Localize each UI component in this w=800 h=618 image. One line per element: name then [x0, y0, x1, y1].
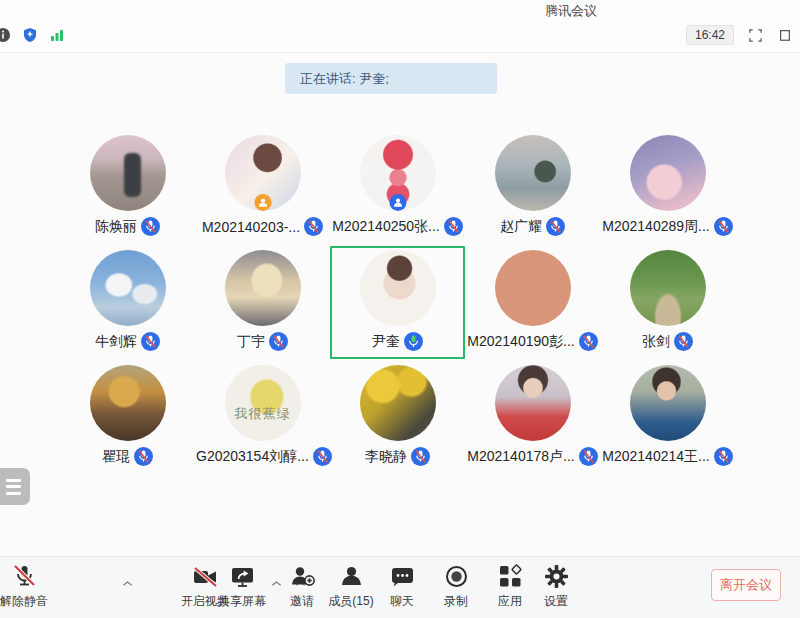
participant-name-row: G20203154刘醇...	[196, 447, 329, 466]
window-icon[interactable]	[776, 26, 794, 44]
participant-tile[interactable]: 赵广耀	[465, 131, 600, 244]
share-screen-icon	[229, 563, 256, 590]
participant-name-row: 陈焕丽	[95, 217, 160, 236]
chat-icon	[389, 563, 416, 590]
meeting-window: 腾讯会议 16:42 正在讲话: 尹奎; 陈焕丽M202140203-	[0, 0, 800, 618]
participant-tile[interactable]: 我很蕉绿G20203154刘醇...	[195, 361, 330, 474]
fullscreen-icon[interactable]	[746, 26, 764, 44]
cohost-badge-icon	[389, 194, 406, 211]
avatar	[630, 135, 706, 211]
avatar	[225, 250, 301, 326]
participant-grid: 陈焕丽M202140203-...M202140250张...赵广耀M20214…	[60, 131, 738, 476]
participant-name: 丁宇	[237, 333, 265, 351]
participant-name: M202140178卢...	[467, 448, 574, 466]
avatar	[360, 135, 436, 211]
participant-name-row: M202140250张...	[332, 217, 462, 236]
speaking-banner-text: 正在讲话: 尹奎;	[300, 70, 389, 88]
participant-tile[interactable]: 瞿琨	[60, 361, 195, 474]
settings-icon	[543, 563, 570, 590]
clock: 16:42	[686, 25, 734, 45]
toolbar-button-settings[interactable]: 设置	[518, 563, 594, 610]
participant-tile[interactable]: 牛剑辉	[60, 246, 195, 359]
mic-active-icon	[404, 332, 423, 351]
mic-muted-icon	[546, 217, 565, 236]
info-icon[interactable]	[0, 26, 12, 44]
speaking-banner: 正在讲话: 尹奎;	[285, 63, 497, 94]
chevron-up-icon[interactable]	[120, 577, 134, 589]
participant-name: M202140289周...	[602, 218, 709, 236]
participant-name: 尹奎	[372, 333, 400, 351]
participant-name: 瞿琨	[102, 448, 130, 466]
participant-name-row: 丁宇	[237, 332, 288, 351]
invite-icon	[289, 563, 316, 590]
toolbar-button-label: 设置	[544, 593, 568, 610]
participant-name-row: 李晓静	[365, 447, 430, 466]
mic-muted-icon	[579, 447, 598, 466]
toolbar-button-label: 邀请	[290, 593, 314, 610]
participant-name: 李晓静	[365, 448, 407, 466]
participant-tile[interactable]: M202140250张...	[330, 131, 465, 244]
toolbar-button-mic-off[interactable]: 解除静音	[0, 563, 62, 610]
participant-name: M202140214王...	[602, 448, 709, 466]
participant-name-row: M202140289周...	[602, 217, 732, 236]
toolbar-button-label: 聊天	[390, 593, 414, 610]
participant-name: M202140203-...	[202, 219, 300, 235]
menu-handle-icon[interactable]	[0, 468, 30, 505]
mic-muted-icon	[411, 447, 430, 466]
participant-tile[interactable]: 丁宇	[195, 246, 330, 359]
participant-name: G20203154刘醇...	[196, 448, 309, 466]
host-badge-icon	[254, 194, 271, 211]
participant-tile[interactable]: M202140289周...	[600, 131, 735, 244]
app-title: 腾讯会议	[545, 2, 597, 20]
signal-icon[interactable]	[48, 26, 66, 44]
participant-tile[interactable]: M202140203-...	[195, 131, 330, 244]
mic-off-icon	[11, 563, 38, 590]
mic-muted-icon	[444, 217, 463, 236]
participant-name: 赵广耀	[500, 218, 542, 236]
participant-name-row: M202140203-...	[202, 217, 323, 236]
avatar	[360, 365, 436, 441]
participant-tile[interactable]: 李晓静	[330, 361, 465, 474]
record-icon	[443, 563, 470, 590]
mic-muted-icon	[714, 217, 733, 236]
mic-muted-icon	[141, 332, 160, 351]
avatar	[90, 250, 166, 326]
mic-muted-icon	[269, 332, 288, 351]
participant-tile[interactable]: 陈焕丽	[60, 131, 195, 244]
toolbar-button-label: 录制	[444, 593, 468, 610]
participant-tile[interactable]: M202140190彭...	[465, 246, 600, 359]
avatar	[225, 135, 301, 211]
participant-name: 牛剑辉	[95, 333, 137, 351]
participant-tile[interactable]: M202140178卢...	[465, 361, 600, 474]
mic-muted-icon	[674, 332, 693, 351]
participant-name: 陈焕丽	[95, 218, 137, 236]
participant-name-row: M202140190彭...	[467, 332, 597, 351]
participant-name-row: 牛剑辉	[95, 332, 160, 351]
participant-name: 张剑	[642, 333, 670, 351]
leave-meeting-button[interactable]: 离开会议	[711, 569, 781, 601]
avatar	[495, 135, 571, 211]
chevron-up-icon[interactable]	[269, 577, 283, 589]
toolbar-button-label: 解除静音	[0, 593, 48, 610]
avatar	[495, 250, 571, 326]
shield-icon[interactable]	[21, 26, 39, 44]
participant-tile-active-speaker[interactable]: 尹奎	[330, 246, 465, 359]
participant-name-row: 瞿琨	[102, 447, 153, 466]
participant-name: M202140250张...	[332, 218, 439, 236]
participant-name: M202140190彭...	[467, 333, 574, 351]
statusbar-left	[0, 26, 66, 44]
participant-tile[interactable]: M202140214王...	[600, 361, 735, 474]
members-icon	[338, 563, 365, 590]
mic-muted-icon	[313, 447, 332, 466]
toolbar-button-label: 共享屏幕	[218, 593, 266, 610]
titlebar: 腾讯会议	[0, 0, 800, 20]
bottom-toolbar: 离开会议 解除静音开启视频共享屏幕邀请成员(15)聊天录制应用设置	[0, 556, 800, 618]
statusbar-right: 16:42	[686, 25, 794, 45]
avatar-caption: 我很蕉绿	[225, 405, 301, 423]
statusbar: 16:42	[0, 20, 800, 53]
mic-muted-icon	[141, 217, 160, 236]
avatar	[630, 250, 706, 326]
participant-name-row: 尹奎	[372, 332, 423, 351]
participant-tile[interactable]: 张剑	[600, 246, 735, 359]
avatar: 我很蕉绿	[225, 365, 301, 441]
